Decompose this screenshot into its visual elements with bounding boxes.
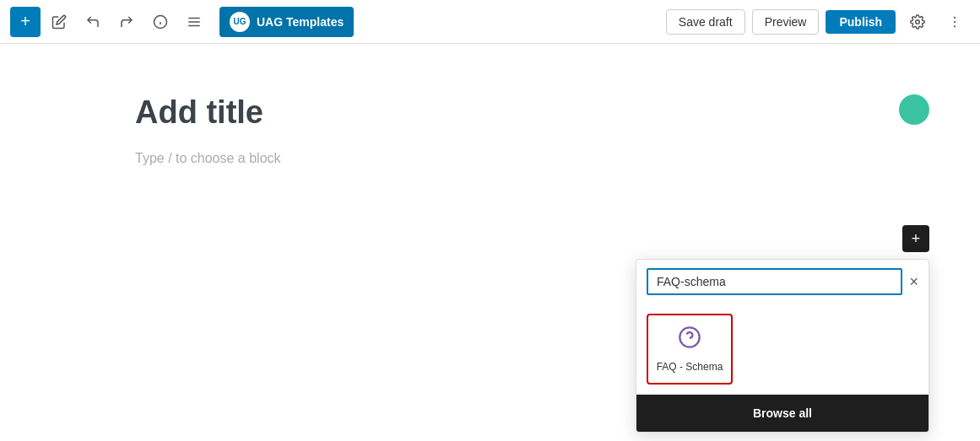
pencil-icon-button[interactable] [44,7,74,37]
block-search-input[interactable] [647,268,902,295]
svg-point-7 [954,16,956,18]
add-block-button[interactable]: + [902,225,929,252]
toolbar: + [0,0,980,44]
svg-point-8 [954,20,956,22]
plus-icon: + [912,230,921,248]
undo-button[interactable] [78,7,108,37]
uag-templates-button[interactable]: UG UAG Templates [219,7,354,37]
search-row: × [636,260,929,304]
settings-button[interactable] [902,7,933,37]
editor-area: Add title Type / to choose a block + × F… [0,44,980,441]
template-label: UAG Templates [257,15,344,29]
avatar: UG [230,12,250,32]
publish-button[interactable]: Publish [826,10,896,34]
page-title[interactable]: Add title [135,94,912,131]
redo-button[interactable] [111,7,142,37]
faq-schema-icon [678,325,701,354]
faq-schema-label: FAQ - Schema [657,361,723,373]
search-clear-button[interactable]: × [909,273,918,291]
browse-all-button[interactable]: Browse all [636,395,929,432]
toolbar-left: + [10,7,663,37]
block-inserter-popup: × FAQ - Schema Browse all [636,259,929,433]
add-block-toolbar-button[interactable]: + [10,7,41,37]
list-view-button[interactable] [179,7,209,37]
toolbar-right: Save draft Preview Publish [666,7,970,37]
blocks-grid: FAQ - Schema [636,304,929,395]
preview-button[interactable]: Preview [752,9,820,35]
svg-point-6 [916,19,920,24]
more-options-button[interactable] [939,7,970,37]
svg-point-9 [954,25,956,27]
uag-status-indicator [899,94,929,125]
info-button[interactable] [145,7,176,37]
block-placeholder[interactable]: Type / to choose a block [135,151,912,166]
save-draft-button[interactable]: Save draft [666,9,745,35]
faq-schema-block[interactable]: FAQ - Schema [647,314,733,385]
